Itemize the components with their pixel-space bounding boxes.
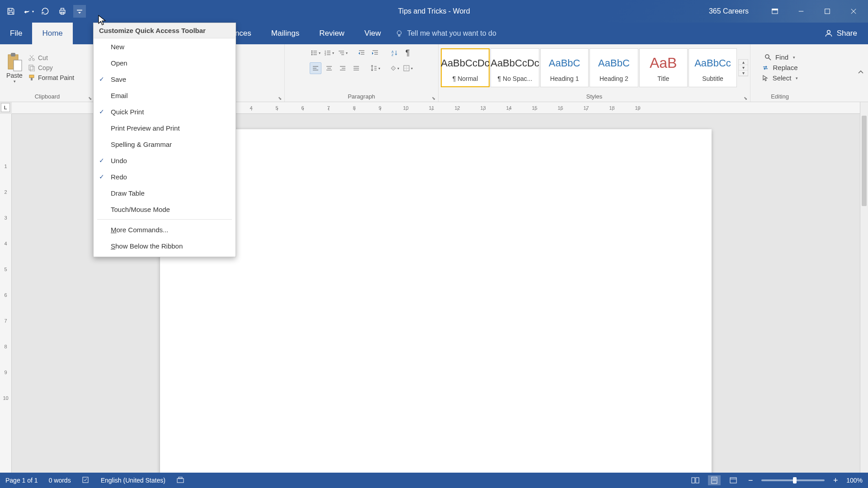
format-painter-button[interactable]: Format Paint [28, 74, 74, 81]
styles-scroll-0[interactable]: ▴ [739, 60, 748, 65]
dropdown-show-below[interactable]: Show Below the Ribbon [94, 238, 236, 254]
share-label: Share [837, 29, 857, 38]
view-print-layout-button[interactable] [708, 475, 721, 485]
dropdown-item-spelling---grammar[interactable]: Spelling & Grammar [94, 136, 236, 152]
view-read-mode-button[interactable] [689, 475, 702, 485]
style-item-heading-2[interactable]: AaBbCHeading 2 [590, 48, 638, 87]
ribbon-display-options-button[interactable] [766, 5, 784, 18]
qat-redo-button[interactable] [39, 5, 52, 18]
dropdown-item-touch-mouse-mode[interactable]: Touch/Mouse Mode [94, 201, 236, 217]
zoom-in-button[interactable]: + [831, 476, 840, 485]
svg-rect-3 [77, 10, 82, 11]
line-spacing-button[interactable] [369, 62, 381, 74]
dropdown-item-draw-table[interactable]: Draw Table [94, 185, 236, 201]
increase-indent-button[interactable] [369, 47, 381, 59]
svg-rect-70 [692, 478, 695, 483]
zoom-out-button[interactable]: − [746, 476, 755, 485]
cut-button[interactable]: Cut [28, 54, 74, 61]
tab-review[interactable]: Review [309, 23, 354, 44]
svg-point-25 [311, 52, 312, 54]
svg-rect-21 [30, 66, 34, 71]
style-item-title[interactable]: AaBTitle [639, 48, 688, 87]
qat-save-button[interactable] [5, 5, 17, 18]
paste-label: Paste [6, 72, 23, 79]
dropdown-item-open[interactable]: Open [94, 55, 236, 71]
svg-rect-75 [730, 478, 736, 483]
svg-rect-20 [29, 65, 33, 70]
align-right-button[interactable] [337, 62, 349, 74]
select-button[interactable]: Select▾ [762, 74, 798, 82]
tab-home[interactable]: Home [32, 23, 72, 44]
view-web-layout-button[interactable] [727, 475, 740, 485]
select-label: Select [773, 74, 792, 82]
font-launcher[interactable]: ⬊ [278, 96, 282, 101]
sort-button[interactable]: AZ [388, 47, 400, 59]
share-button[interactable]: Share [813, 23, 868, 44]
styles-launcher[interactable]: ⬊ [744, 96, 747, 101]
svg-point-24 [311, 51, 312, 52]
dropdown-item-print-preview-and-print[interactable]: Print Preview and Print [94, 120, 236, 136]
tab-file[interactable]: File [0, 23, 32, 44]
style-item-heading-1[interactable]: AaBbCHeading 1 [540, 48, 589, 87]
borders-button[interactable] [402, 62, 414, 74]
dropdown-more-commands[interactable]: More Commands... [94, 221, 236, 238]
zoom-slider[interactable] [761, 479, 825, 481]
dropdown-item-redo[interactable]: ✓Redo [94, 169, 236, 185]
paragraph-launcher[interactable]: ⬊ [432, 96, 435, 101]
svg-rect-1 [61, 8, 64, 10]
style-item-subtitle[interactable]: AaBbCcSubtitle [689, 48, 737, 87]
styles-group-label: Styles [586, 93, 602, 100]
replace-button[interactable]: Replace [762, 64, 797, 71]
zoom-level[interactable]: 100% [846, 477, 863, 484]
svg-point-65 [765, 55, 769, 58]
window-title: Tips and Tricks - Word [398, 7, 470, 15]
document-page[interactable] [160, 129, 712, 488]
styles-scroll-2[interactable]: ▾ [739, 70, 748, 76]
align-center-button[interactable] [323, 62, 335, 74]
styles-scroll-1[interactable]: ▾ [739, 65, 748, 70]
dropdown-item-email[interactable]: Email [94, 87, 236, 103]
qat-customize-button[interactable] [73, 5, 86, 18]
justify-button[interactable] [350, 62, 362, 74]
status-language[interactable]: English (United States) [101, 477, 165, 484]
status-words[interactable]: 0 words [49, 477, 71, 484]
qat-quickprint-button[interactable] [56, 5, 69, 18]
tell-me-search[interactable]: Tell me what you want to do [395, 23, 496, 44]
collapse-ribbon-button[interactable] [857, 69, 864, 78]
find-button[interactable]: Find▾ [764, 53, 795, 61]
dropdown-item-save[interactable]: ✓Save [94, 71, 236, 87]
vertical-scrollbar[interactable] [860, 102, 868, 473]
svg-text:3: 3 [325, 53, 326, 56]
close-button[interactable] [844, 5, 863, 18]
minimize-button[interactable] [792, 5, 810, 18]
bullets-button[interactable] [310, 47, 321, 59]
maximize-button[interactable] [818, 5, 836, 18]
vertical-ruler[interactable]: 12345678910 [0, 114, 12, 473]
align-left-button[interactable] [310, 62, 321, 74]
qat-undo-button[interactable]: ▾ [22, 5, 34, 18]
paste-button[interactable]: Paste ▾ [4, 52, 25, 84]
shading-button[interactable] [388, 62, 400, 74]
tab-view[interactable]: View [354, 23, 391, 44]
dropdown-item-undo[interactable]: ✓Undo [94, 152, 236, 169]
clipboard-group-label: Clipboard [35, 93, 60, 100]
tab-mailings[interactable]: Mailings [261, 23, 309, 44]
status-spellcheck-icon[interactable] [82, 476, 90, 485]
style-item---normal[interactable]: AaBbCcDc¶ Normal [441, 48, 490, 87]
dropdown-item-quick-print[interactable]: ✓Quick Print [94, 103, 236, 120]
dropdown-item-new[interactable]: New [94, 38, 236, 55]
clipboard-launcher[interactable]: ⬊ [88, 96, 92, 101]
svg-rect-0 [60, 10, 65, 14]
qat-customize-dropdown: Customize Quick Access Toolbar NewOpen✓S… [93, 23, 236, 257]
decrease-indent-button[interactable] [356, 47, 368, 59]
style-item---no-spac---[interactable]: AaBbCcDc¶ No Spac... [491, 48, 539, 87]
status-macro-icon[interactable] [176, 476, 184, 485]
status-page[interactable]: Page 1 of 1 [5, 477, 38, 484]
svg-text:Z: Z [392, 53, 394, 56]
copy-button[interactable]: Copy [28, 64, 74, 71]
tab-selector[interactable]: L [1, 103, 10, 112]
numbering-button[interactable]: 123 [323, 47, 335, 59]
show-hide-button[interactable]: ¶ [402, 47, 414, 59]
multilevel-list-button[interactable] [337, 47, 349, 59]
svg-rect-23 [31, 78, 33, 80]
